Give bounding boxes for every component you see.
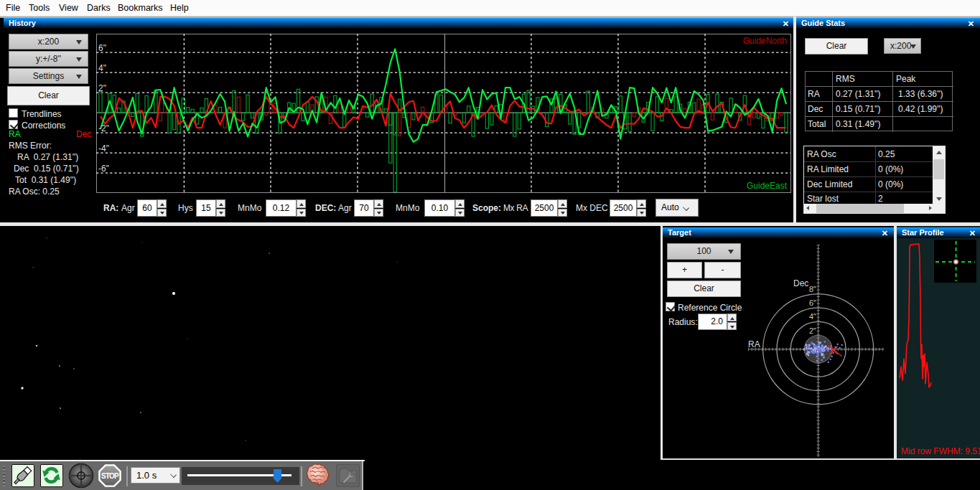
- svg-text:-4": -4": [98, 143, 109, 154]
- svg-text:GuideNorth: GuideNorth: [743, 36, 787, 46]
- svg-text:8": 8": [809, 285, 816, 293]
- svg-text:-2": -2": [98, 123, 109, 133]
- svg-text:STOP: STOP: [101, 472, 119, 480]
- svg-text:GuideEast: GuideEast: [747, 181, 788, 191]
- svg-text:2": 2": [809, 326, 816, 335]
- svg-text:Dec: Dec: [793, 278, 808, 288]
- svg-text:2": 2": [98, 83, 106, 93]
- svg-text:4": 4": [809, 312, 816, 321]
- svg-text:4": 4": [98, 63, 106, 73]
- svg-text:6": 6": [809, 298, 816, 307]
- svg-text:RA: RA: [748, 339, 760, 349]
- svg-text:6": 6": [98, 43, 106, 53]
- svg-text:-6": -6": [98, 164, 109, 174]
